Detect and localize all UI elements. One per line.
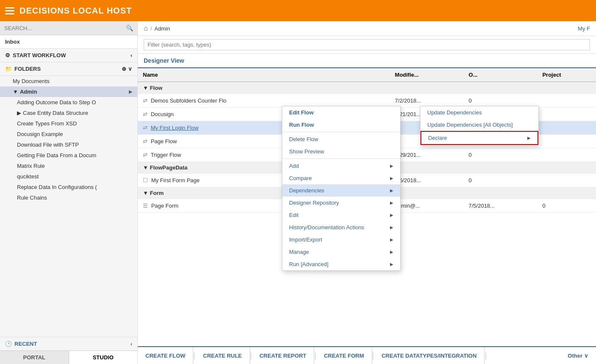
create-datatypes-button[interactable]: CREATE DATATYPES/INTEGRATION <box>374 347 485 364</box>
col-project[interactable]: Project <box>537 68 596 82</box>
create-flow-button[interactable]: CREATE FLOW <box>138 347 193 364</box>
ctx-history[interactable]: History/Documentation Actions ▶ <box>282 221 400 233</box>
ctx-history-arrow: ▶ <box>390 225 393 230</box>
ctx-import-export[interactable]: Import/Export ▶ <box>282 233 400 246</box>
breadcrumb-left: ⌂ / Admin <box>144 25 170 32</box>
filter-bar[interactable] <box>138 36 596 54</box>
other-button[interactable]: Other ∨ <box>560 347 596 364</box>
ctx-divider-2 <box>282 158 400 159</box>
row-mfl-project <box>537 121 596 135</box>
flow-icon: ⇄ <box>143 138 148 144</box>
sidebar-item-inbox[interactable]: Inbox <box>0 35 137 49</box>
row-form-author: admin@... <box>390 199 464 213</box>
ctx-dependencies-arrow: ▶ <box>390 188 393 193</box>
sub-ctx-declare[interactable]: Declare ▶ <box>421 131 538 145</box>
app-title: DECISIONS LOCAL HOST <box>19 6 132 16</box>
ctx-compare[interactable]: Compare ▶ <box>282 172 400 184</box>
row-demos-o: 0 <box>463 94 537 108</box>
sidebar-item-replace-data[interactable]: Replace Data In Configurations ( <box>0 182 137 192</box>
row-triggerflow-o: 0 <box>463 148 537 162</box>
sidebar-tabs: PORTAL STUDIO <box>0 350 137 364</box>
folder-actions: ⊕ ∨ <box>122 66 132 72</box>
col-o[interactable]: O... <box>463 68 537 82</box>
ctx-add[interactable]: Add ▶ <box>282 160 400 172</box>
sub-ctx-declare-arrow: ▶ <box>527 136 531 140</box>
sidebar-item-case-entity[interactable]: ▶ Case Entity Data Structure <box>0 108 137 118</box>
group-flow-label: Flow <box>150 85 163 91</box>
sidebar-item-create-types[interactable]: Create Types From XSD <box>0 118 137 129</box>
sidebar-item-my-documents[interactable]: My Documents <box>0 76 137 86</box>
row-demos-modified: 7/2/2018... <box>390 94 464 108</box>
group-form-label: Form <box>150 190 164 196</box>
search-icon[interactable]: 🔍 <box>126 25 133 31</box>
row-demos-name: ⇄ Demos Subfolders Counter Flo <box>138 94 390 108</box>
sidebar-folders-section[interactable]: 📁 FOLDERS ⊕ ∨ <box>0 62 137 76</box>
sidebar-item-start-workflow[interactable]: ⚙ START WORKFLOW ‹ <box>0 49 137 62</box>
flow-icon: ⇄ <box>143 111 148 117</box>
row-triggerflow-modified: 6/29/201... <box>390 148 464 162</box>
sidebar-item-quicktest[interactable]: quciktest <box>0 171 137 182</box>
recent-icon: 🕐 <box>5 341 12 347</box>
nav-arrow-admin: ▶ <box>129 89 132 94</box>
filter-input[interactable] <box>144 39 590 50</box>
flow-icon: ⇄ <box>143 125 148 131</box>
col-name[interactable]: Name <box>138 68 390 82</box>
ctx-manage[interactable]: Manage ▶ <box>282 246 400 258</box>
tab-studio[interactable]: STUDIO <box>69 351 138 364</box>
table-row[interactable]: ⇄ Demos Subfolders Counter Flo 7/2/2018.… <box>138 94 596 108</box>
row-fpd-project <box>537 174 596 187</box>
create-form-button[interactable]: CREATE FORM <box>316 347 372 364</box>
ctx-run-flow[interactable]: Run Flow <box>282 119 400 131</box>
ctx-compare-arrow: ▶ <box>390 176 393 181</box>
sub-ctx-update-deps-all[interactable]: Update Dependencies [All Objects] <box>421 119 538 131</box>
sidebar: 🔍 Inbox ⚙ START WORKFLOW ‹ 📁 FOLDERS ⊕ ∨… <box>0 21 138 364</box>
app-header: DECISIONS LOCAL HOST <box>0 0 596 21</box>
breadcrumb-right: My F <box>578 25 590 32</box>
sidebar-search-bar[interactable]: 🔍 <box>0 21 137 35</box>
sidebar-item-rule-chains[interactable]: Rule Chains <box>0 192 137 203</box>
search-input[interactable] <box>4 25 126 31</box>
sidebar-item-docusign[interactable]: Docusign Example <box>0 129 137 139</box>
sidebar-item-matrix-rule[interactable]: Matrix Rule <box>0 161 137 171</box>
sidebar-item-download-sftp[interactable]: Download File with SFTP <box>0 139 137 150</box>
ctx-add-arrow: ▶ <box>390 164 393 168</box>
folder-icon: 📁 <box>5 66 12 72</box>
sub-context-menu: Update Dependencies Update Dependencies … <box>420 106 539 145</box>
group-flow-expand: ▼ <box>143 85 148 91</box>
breadcrumb-separator: / <box>150 25 152 32</box>
ctx-show-preview[interactable]: Show Preview <box>282 145 400 158</box>
chevron-left-icon: ‹ <box>131 52 132 58</box>
sidebar-item-adding-outcome[interactable]: Adding Outcome Data to Step O <box>0 97 137 108</box>
row-docusign-project <box>537 108 596 121</box>
ctx-edit[interactable]: Edit ▶ <box>282 209 400 221</box>
folders-label: FOLDERS <box>14 66 41 72</box>
row-fpd-o: 0 <box>463 174 537 187</box>
group-form-expand: ▼ <box>143 190 148 196</box>
create-report-button[interactable]: CREATE REPORT <box>252 347 314 364</box>
hamburger-menu[interactable] <box>5 7 14 14</box>
ctx-delete-flow[interactable]: Delete Flow <box>282 133 400 145</box>
sidebar-nav: My Documents ▼ Admin ▶ Adding Outcome Da… <box>0 76 137 337</box>
sidebar-item-admin[interactable]: ▼ Admin ▶ <box>0 86 137 97</box>
ctx-edit-flow[interactable]: Edit Flow <box>282 106 400 119</box>
col-modified[interactable]: Modifie... <box>390 68 464 82</box>
home-icon[interactable]: ⌂ <box>144 25 148 32</box>
ctx-run-advanced[interactable]: Run [Advanced] ▶ <box>282 258 400 270</box>
row-demos-project <box>537 94 596 108</box>
group-flow[interactable]: ▼ Flow <box>138 82 596 94</box>
sub-ctx-update-deps[interactable]: Update Dependencies <box>421 106 538 119</box>
add-folder-icon[interactable]: ⊕ <box>122 66 126 72</box>
breadcrumb-admin: Admin <box>154 25 170 32</box>
ctx-dependencies[interactable]: Dependencies ▶ <box>282 184 400 197</box>
folder-chevron-icon[interactable]: ∨ <box>128 66 132 72</box>
group-fpd-label: FlowPageData <box>150 164 188 171</box>
create-rule-button[interactable]: CREATE RULE <box>195 347 250 364</box>
expand-icon-case: ▶ <box>17 110 21 116</box>
ctx-run-advanced-arrow: ▶ <box>390 262 393 267</box>
sidebar-item-getting-file[interactable]: Getting File Data From a Docum <box>0 150 137 161</box>
ctx-designer-repo[interactable]: Designer Repository ▶ <box>282 197 400 209</box>
row-mfl-link[interactable]: My First Login Flow <box>151 125 199 131</box>
tab-portal[interactable]: PORTAL <box>0 351 69 364</box>
breadcrumb: ⌂ / Admin My F <box>138 21 596 36</box>
sidebar-recent-section[interactable]: 🕐 RECENT ‹ <box>0 337 137 350</box>
